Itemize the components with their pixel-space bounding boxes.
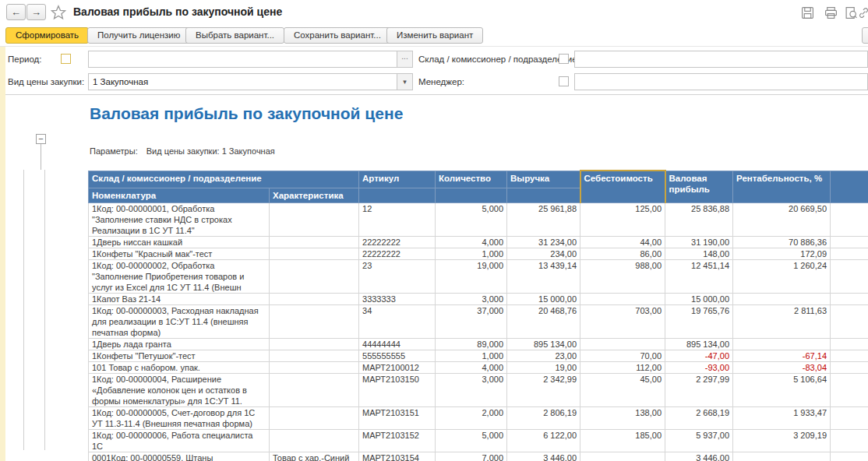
col-header-profit[interactable]: Валовая прибыль (665, 171, 733, 202)
cell-characteristic[interactable] (270, 304, 359, 338)
cell-profit[interactable]: 2 668,19 (665, 406, 733, 429)
cell-cost[interactable] (580, 338, 665, 350)
cell-characteristic[interactable] (270, 373, 359, 406)
cell-revenue[interactable]: 25 961,88 (507, 202, 580, 236)
period-checkbox[interactable] (61, 54, 71, 64)
period-ellipsis-button[interactable] (397, 51, 413, 68)
cell-article[interactable]: МАРТ2100012 (359, 361, 436, 373)
more-button-partial[interactable] (862, 27, 868, 44)
cell-quantity[interactable]: 4,000 (436, 236, 507, 248)
cell-revenue[interactable]: 20 468,76 (507, 304, 580, 338)
cell-name[interactable]: 1Капот Ваз 21-14 (89, 293, 270, 304)
col-header-nomenclature[interactable]: Номенклатура (89, 188, 270, 202)
cell-name[interactable]: 101 Товар с набором. упак. (89, 361, 270, 373)
col-header-revenue[interactable]: Выручка (507, 171, 580, 188)
cell-profit[interactable]: 15 000,00 (665, 293, 733, 304)
favorite-star-icon[interactable] (51, 5, 66, 23)
manager-input[interactable] (574, 73, 868, 90)
cell-profit[interactable]: -47,00 (665, 350, 733, 361)
cell-profit[interactable]: 2 297,99 (665, 373, 733, 406)
cell-characteristic[interactable] (270, 259, 359, 293)
cell-revenue[interactable]: 6 122,00 (507, 429, 580, 452)
cell-quantity[interactable]: 5,000 (436, 429, 507, 452)
cell-profit[interactable]: 3 446,00 (665, 452, 733, 461)
cell-characteristic[interactable]: Товар с хар.-Синий (270, 452, 359, 461)
cell-article[interactable]: 44444444 (359, 338, 436, 350)
cell-revenue[interactable]: 2 806,19 (507, 406, 580, 429)
choose-variant-button[interactable]: Выбрать вариант... (185, 27, 284, 44)
cell-article[interactable]: 555555555 (359, 350, 436, 361)
cell-name[interactable]: 1Код: 00-00000005, Счет-договор для 1С У… (89, 406, 270, 429)
cell-cost[interactable]: 125,00 (580, 202, 665, 236)
cell-name[interactable]: 1Код: 00-00000001, Обработка "Заполнение… (89, 202, 270, 236)
back-button[interactable] (6, 4, 26, 20)
cell-quantity[interactable]: 3,000 (436, 373, 507, 406)
cell-name[interactable]: 1Дверь лада гранта (89, 338, 270, 350)
cell-rentability[interactable]: 70 886,36 (733, 236, 831, 248)
cell-cost[interactable]: 703,00 (580, 304, 665, 338)
period-input[interactable] (88, 51, 397, 68)
print-icon[interactable] (824, 6, 838, 19)
cell-rentability[interactable]: 1 260,24 (733, 259, 831, 293)
col-header-article[interactable]: Артикул (359, 171, 436, 188)
cell-cost[interactable]: 185,00 (580, 429, 665, 452)
cell-quantity[interactable]: 19,000 (436, 259, 507, 293)
cell-article[interactable]: 22222222 (359, 236, 436, 248)
price-type-input[interactable] (88, 73, 397, 90)
cell-cost[interactable] (580, 452, 665, 461)
cell-quantity[interactable]: 37,000 (436, 304, 507, 338)
forward-button[interactable] (26, 4, 46, 20)
cell-name[interactable]: 1Конфеты "Красный мак"-тест (89, 248, 270, 259)
cell-rentability[interactable] (733, 293, 831, 304)
cell-revenue[interactable]: 23,00 (507, 350, 580, 361)
cell-revenue[interactable]: 13 439,14 (507, 259, 580, 293)
cell-article[interactable]: 23 (359, 259, 436, 293)
cell-cost[interactable]: 45,00 (580, 373, 665, 406)
cell-profit[interactable]: 19 765,76 (665, 304, 733, 338)
save-variant-button[interactable]: Сохранить вариант... (284, 27, 391, 44)
link-icon[interactable] (857, 6, 868, 19)
cell-rentability[interactable]: -83,04 (733, 361, 831, 373)
save-icon[interactable] (801, 6, 814, 19)
collapse-group-icon[interactable] (36, 134, 46, 144)
cell-revenue[interactable]: 895 134,00 (507, 338, 580, 350)
cell-cost[interactable]: 112,00 (580, 361, 665, 373)
cell-characteristic[interactable] (270, 236, 359, 248)
cell-rentability[interactable]: 172,09 (733, 248, 831, 259)
cell-revenue[interactable]: 15 000,00 (507, 293, 580, 304)
cell-revenue[interactable]: 19,00 (507, 361, 580, 373)
warehouse-checkbox[interactable] (559, 54, 569, 64)
cell-article[interactable]: МАРТ2103152 (359, 429, 436, 452)
cell-article[interactable]: 12 (359, 202, 436, 236)
col-header-group[interactable]: Склад / комиссионер / подразделение (89, 171, 359, 188)
col-header-characteristic[interactable]: Характеристика (270, 188, 359, 202)
cell-characteristic[interactable] (270, 350, 359, 361)
preview-icon[interactable] (845, 6, 858, 19)
cell-profit[interactable]: 148,00 (665, 248, 733, 259)
cell-revenue[interactable]: 31 234,00 (507, 236, 580, 248)
cell-quantity[interactable]: 1,000 (436, 350, 507, 361)
cell-article[interactable]: МАРТ2103154 (359, 452, 436, 461)
cell-quantity[interactable]: 2,000 (436, 406, 507, 429)
cell-quantity[interactable]: 89,000 (436, 338, 507, 350)
cell-article[interactable]: МАРТ2103150 (359, 373, 436, 406)
cell-cost[interactable]: 138,00 (580, 406, 665, 429)
cell-name[interactable]: 1Конфеты "Петушок"-тест (89, 350, 270, 361)
cell-rentability[interactable] (733, 452, 831, 461)
cell-characteristic[interactable] (270, 338, 359, 350)
cell-rentability[interactable] (733, 338, 831, 350)
cell-revenue[interactable]: 3 446,00 (507, 452, 580, 461)
cell-cost[interactable]: 70,00 (580, 350, 665, 361)
cell-rentability[interactable]: -67,14 (733, 350, 831, 361)
cell-name[interactable]: 1Код: 00-00000002, Обработка "Заполнение… (89, 259, 270, 293)
generate-button[interactable]: Сформировать (5, 27, 89, 44)
cell-quantity[interactable]: 7,000 (436, 452, 507, 461)
cell-rentability[interactable]: 2 811,63 (733, 304, 831, 338)
cell-rentability[interactable]: 1 933,47 (733, 406, 831, 429)
cell-name[interactable]: 1Код: 00-00000006, Работа специалиста 1С (89, 429, 270, 452)
cell-characteristic[interactable] (270, 406, 359, 429)
cell-characteristic[interactable] (270, 429, 359, 452)
cell-cost[interactable]: 86,00 (580, 248, 665, 259)
cell-characteristic[interactable] (270, 202, 359, 236)
cell-profit[interactable]: 25 836,88 (665, 202, 733, 236)
